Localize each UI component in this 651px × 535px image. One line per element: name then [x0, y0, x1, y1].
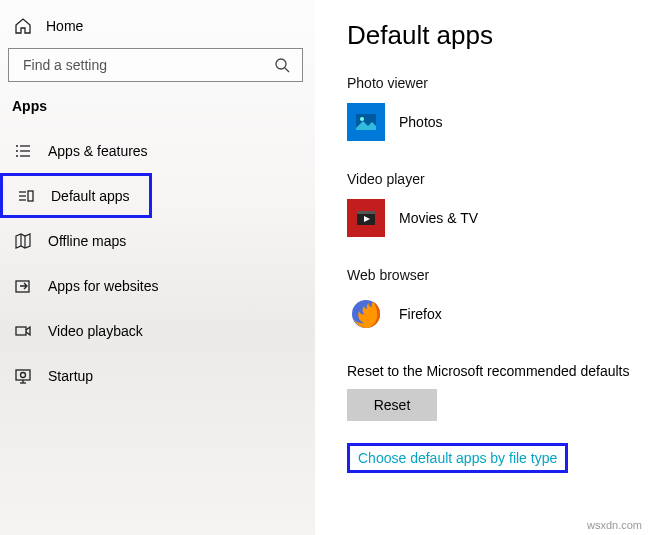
search-input[interactable] — [21, 56, 221, 74]
section-video-player-label: Video player — [347, 171, 631, 187]
sidebar-section-header: Apps — [0, 98, 315, 128]
sidebar-item-label: Apps & features — [48, 143, 148, 159]
search-icon — [274, 57, 290, 73]
app-name: Firefox — [399, 306, 442, 322]
home-button[interactable]: Home — [0, 10, 315, 44]
photos-app-icon — [347, 103, 385, 141]
search-box[interactable] — [8, 48, 303, 82]
app-name: Photos — [399, 114, 443, 130]
map-icon — [14, 232, 32, 250]
svg-rect-11 — [28, 191, 33, 201]
watermark: wsxdn.com — [584, 519, 645, 531]
link-text: Choose default apps by file type — [358, 450, 557, 466]
page-title: Default apps — [347, 20, 631, 51]
home-icon — [14, 17, 32, 35]
choose-default-apps-by-file-type-link[interactable]: Choose default apps by file type — [347, 443, 568, 473]
sidebar-item-apps-features[interactable]: Apps & features — [0, 128, 315, 173]
list-icon — [14, 142, 32, 160]
sidebar-item-startup[interactable]: Startup — [0, 353, 315, 398]
startup-icon — [14, 367, 32, 385]
svg-line-1 — [285, 68, 289, 72]
home-label: Home — [46, 18, 83, 34]
sidebar-item-label: Video playback — [48, 323, 143, 339]
sidebar-item-label: Default apps — [51, 188, 130, 204]
sidebar-item-video-playback[interactable]: Video playback — [0, 308, 315, 353]
default-app-web-browser[interactable]: Firefox — [347, 295, 631, 333]
sidebar-item-label: Apps for websites — [48, 278, 159, 294]
video-icon — [14, 322, 32, 340]
default-app-video-player[interactable]: Movies & TV — [347, 199, 631, 237]
sidebar-item-label: Startup — [48, 368, 93, 384]
default-app-photo-viewer[interactable]: Photos — [347, 103, 631, 141]
section-web-browser-label: Web browser — [347, 267, 631, 283]
svg-rect-23 — [357, 211, 375, 214]
sidebar: Home Apps Apps & features Default apps — [0, 0, 315, 535]
svg-point-19 — [21, 372, 26, 377]
content-pane: Default apps Photo viewer Photos Video p… — [315, 0, 651, 535]
svg-rect-16 — [16, 370, 30, 380]
sidebar-item-apps-for-websites[interactable]: Apps for websites — [0, 263, 315, 308]
svg-rect-15 — [16, 327, 26, 335]
reset-button[interactable]: Reset — [347, 389, 437, 421]
app-name: Movies & TV — [399, 210, 478, 226]
sidebar-item-label: Offline maps — [48, 233, 126, 249]
open-external-icon — [14, 277, 32, 295]
default-apps-icon — [17, 187, 35, 205]
svg-point-0 — [276, 59, 286, 69]
firefox-app-icon — [347, 295, 385, 333]
svg-point-21 — [360, 117, 364, 121]
sidebar-item-offline-maps[interactable]: Offline maps — [0, 218, 315, 263]
reset-description: Reset to the Microsoft recommended defau… — [347, 363, 631, 379]
movies-tv-app-icon — [347, 199, 385, 237]
sidebar-item-default-apps[interactable]: Default apps — [0, 173, 152, 218]
section-photo-viewer-label: Photo viewer — [347, 75, 631, 91]
